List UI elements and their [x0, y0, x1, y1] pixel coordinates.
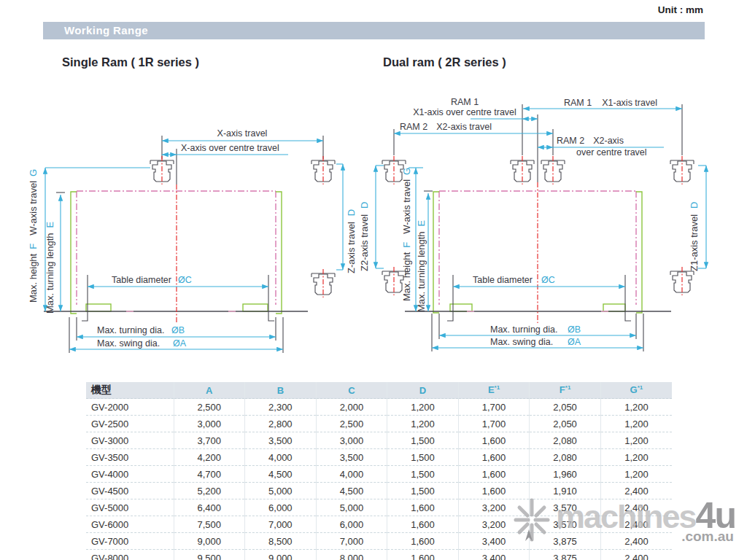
value-cell: 2,400	[600, 483, 672, 499]
unit-label: Unit : mm	[658, 4, 703, 15]
model-cell: GV-7000	[86, 533, 174, 550]
table-row: GV-35004,2004,0003,5001,5001,6002,0801,2…	[86, 449, 672, 466]
table-row: GV-50006,4006,0005,0001,6003,2003,5702,4…	[86, 499, 672, 516]
value-cell: 2,500	[174, 399, 245, 416]
z1-axis-travel-label: Z1-axis travelD	[689, 202, 700, 271]
value-cell: 1,600	[458, 432, 530, 449]
value-cell: 2,800	[245, 416, 317, 432]
value-cell: 1,500	[387, 449, 459, 466]
value-cell: 1,600	[458, 483, 530, 499]
value-cell: 1,700	[458, 399, 530, 416]
column-header-E: E*1	[458, 382, 530, 399]
value-cell: 9,500	[174, 550, 245, 560]
value-cell: 1,600	[387, 499, 459, 516]
value-cell: 2,050	[530, 399, 601, 416]
over-centre-travel-label: over centre travel	[576, 147, 647, 158]
value-cell: 3,570	[530, 499, 601, 516]
value-cell: 2,400	[600, 499, 672, 516]
value-cell: 2,500	[316, 416, 387, 432]
value-cell: 3,200	[458, 516, 530, 533]
value-cell: 9,000	[174, 533, 245, 550]
value-cell: 8,500	[245, 533, 317, 550]
value-cell: 7,000	[245, 516, 317, 533]
table-column-headers: 機型 ABCDE*1F*1G*1	[86, 382, 672, 399]
x-axis-travel-label: X-axis travel	[217, 128, 268, 139]
single-ram-title: Single Ram ( 1R series )	[62, 55, 199, 69]
dia-a-label: ØA	[173, 338, 187, 349]
value-cell: 3,570	[530, 516, 601, 533]
value-cell: 1,200	[600, 416, 672, 432]
value-cell: 5,000	[245, 483, 317, 499]
ram1-label: RAM 1	[451, 97, 479, 107]
table-row: GV-20002,5002,3002,0001,2001,7002,0501,2…	[86, 399, 672, 416]
max-turning-length-label: Max. turning lengthE	[416, 219, 427, 312]
value-cell: 1,960	[530, 466, 601, 483]
ram2-x2-over-centre-label: RAM 2X2-axis	[557, 136, 624, 146]
ram1-x1-travel-label: RAM 1X1-axis travel	[564, 98, 657, 108]
value-cell: 1,600	[387, 550, 459, 560]
value-cell: 1,600	[458, 449, 530, 466]
column-header-F: F*1	[530, 382, 601, 399]
dual-ram-diagram: RAM 1 X1-axis over centre travel RAM 1X1…	[357, 91, 747, 365]
x-over-centre-label: X-axis over centre travel	[181, 143, 279, 153]
table-body: GV-20002,5002,3002,0001,2001,7002,0501,2…	[86, 399, 672, 560]
dual-ram-title: Dual ram ( 2R series )	[383, 55, 506, 69]
table-diameter-label: Table diameter	[112, 275, 171, 285]
value-cell: 4,000	[245, 449, 317, 466]
value-cell: 2,080	[530, 449, 601, 466]
column-header-C: C	[316, 382, 387, 399]
value-cell: 1,500	[387, 483, 459, 499]
table-row: GV-40004,7004,5004,0001,5001,6001,9601,2…	[86, 466, 672, 483]
value-cell: 2,400	[600, 550, 672, 560]
max-turning-dia-label: Max. turning dia.	[490, 324, 557, 335]
model-column-header: 機型	[86, 382, 174, 399]
model-cell: GV-2500	[86, 416, 174, 432]
model-cell: GV-2000	[86, 399, 174, 416]
model-cell: GV-8000	[86, 550, 174, 560]
brochure-page: Unit : mm Working Range Single Ram ( 1R …	[0, 0, 747, 560]
value-cell: 1,600	[387, 533, 459, 550]
value-cell: 6,000	[316, 516, 387, 533]
value-cell: 4,000	[316, 466, 387, 483]
max-swing-dia-label: Max. swing dia.	[490, 337, 553, 347]
model-cell: GV-4000	[86, 466, 174, 483]
value-cell: 2,080	[530, 432, 601, 449]
value-cell: 4,500	[316, 483, 387, 499]
value-cell: 3,500	[316, 449, 387, 466]
z2-axis-travel-label: Z2-axis travelD	[359, 202, 370, 271]
ram-tool-icon	[670, 156, 694, 184]
model-cell: GV-5000	[86, 499, 174, 516]
value-cell: 3,875	[530, 550, 601, 560]
value-cell: 1,500	[387, 466, 459, 483]
value-cell: 1,200	[600, 432, 672, 449]
z-axis-travel-label: Z-axis travelD	[346, 209, 357, 273]
value-cell: 7,000	[316, 533, 387, 550]
value-cell: 8,000	[316, 550, 387, 560]
table-row: GV-60007,5007,0006,0001,6003,2003,5702,4…	[86, 516, 672, 533]
model-cell: GV-6000	[86, 516, 174, 533]
ram-tool-icon	[150, 156, 174, 184]
value-cell: 4,700	[174, 466, 245, 483]
ram2-x2-travel-label: RAM 2X2-axis travel	[400, 122, 492, 132]
value-cell: 2,400	[600, 533, 672, 550]
value-cell: 5,200	[174, 483, 245, 499]
ram2-tool-icon	[541, 156, 565, 184]
dia-c-label: ØC	[178, 275, 192, 285]
max-height-w-axis-label: Max. heightFW-axis travelG	[28, 169, 39, 303]
dia-c-label: ØC	[541, 275, 555, 285]
value-cell: 2,400	[600, 516, 672, 533]
section-header-bar: Working Range	[43, 22, 705, 39]
spec-table: 機型 ABCDE*1F*1G*1 GV-20002,5002,3002,0001…	[86, 382, 672, 560]
max-turning-length-label: Max. turning lengthE	[44, 221, 55, 314]
value-cell: 6,000	[245, 499, 317, 516]
table-row: GV-80009,5009,0008,0001,6003,4003,8752,4…	[86, 550, 672, 560]
table-diameter-label: Table diameter	[473, 275, 533, 285]
value-cell: 1,200	[387, 416, 459, 432]
value-cell: 1,200	[387, 399, 459, 416]
value-cell: 1,200	[600, 449, 672, 466]
max-swing-dia-label: Max. swing dia.	[97, 338, 160, 349]
value-cell: 6,400	[174, 499, 245, 516]
value-cell: 2,050	[530, 416, 601, 432]
max-height-w-axis-label: Max. heightFW-axis travelG	[401, 168, 412, 301]
x1-over-centre-label: X1-axis over centre travel	[413, 107, 516, 117]
